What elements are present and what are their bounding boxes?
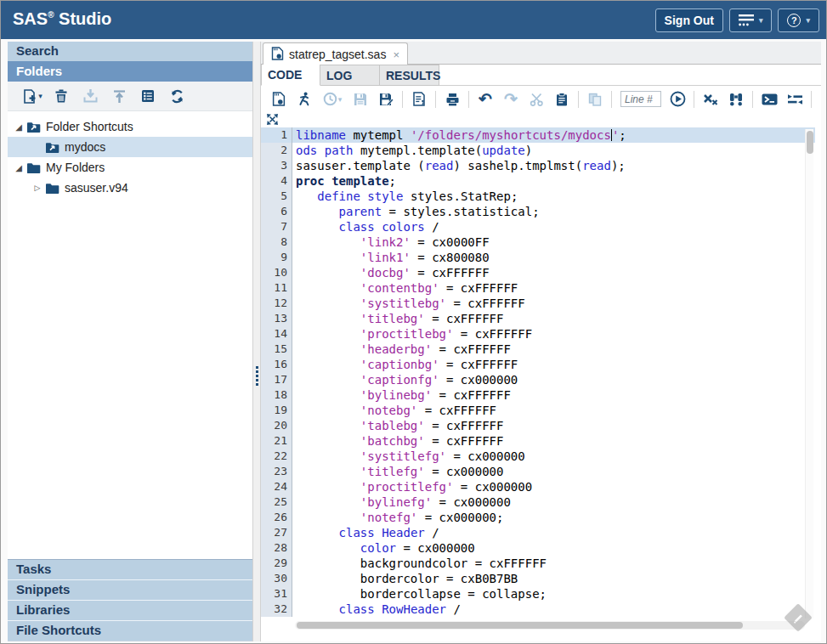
document-tab[interactable]: statrep_tagset.sas × [263,42,408,65]
close-icon[interactable]: × [393,48,399,61]
clear-code-button[interactable] [698,88,723,110]
line-number: 25 [261,494,292,510]
line-number: 21 [261,433,292,449]
view-tab-log[interactable]: LOG [320,65,380,86]
app-options-button[interactable]: ▾ [729,8,773,32]
section-header-file-shortcuts[interactable]: File Shortcuts [8,620,252,641]
expand-arrow-icon[interactable]: ▷ [31,184,43,192]
code-line[interactable]: 1libname mytempl '/folders/myshortcuts/m… [261,127,815,143]
code-line[interactable]: 4proc template; [261,173,815,189]
copy-button[interactable] [582,88,608,110]
properties-button[interactable] [133,85,162,107]
search-section-header[interactable]: Search [8,42,252,61]
save-button[interactable] [348,88,373,110]
code-line[interactable]: 9 'link1' = cx800080 [261,250,815,265]
editor-toolbar: ▾ ↶ ↷ [261,86,821,112]
code-line[interactable]: 29 backgroundcolor = cxFFFFFF [261,556,815,571]
code-line[interactable]: 19 'notebg' = cxFFFFFF [261,403,815,418]
run-button[interactable] [292,88,317,110]
collapse-arrow-icon[interactable]: ◢ [13,122,25,132]
section-header-libraries[interactable]: Libraries [8,600,252,620]
view-tab-bar: CODELOGRESULTS [261,65,821,86]
code-line[interactable]: 22 'systitlefg' = cx000000 [261,449,815,464]
code-text: 'systitlebg' = cxFFFFFF [292,296,815,311]
view-tab-results[interactable]: RESULTS [380,65,439,86]
sas-program-icon [271,47,284,63]
line-number: 4 [261,173,292,189]
maximize-view-button[interactable] [266,113,283,127]
folders-section-header[interactable]: Folders [8,61,252,82]
code-editor[interactable]: 1libname mytempl '/folders/myshortcuts/m… [261,127,815,641]
download-button[interactable] [76,85,105,107]
registered-mark: ® [48,10,54,20]
code-line[interactable]: 28 color = cx000000 [261,540,815,556]
program-summary-button[interactable] [406,88,432,110]
menu-icon [739,14,754,26]
code-line[interactable]: 10 'docbg' = cxFFFFFF [261,265,815,280]
code-line[interactable]: 17 'captionfg' = cx000000 [261,372,815,387]
code-line[interactable]: 32 class RowHeader / [261,602,815,617]
code-line[interactable]: 7 class colors / [261,219,815,234]
tree-item-mydocs[interactable]: mydocs [8,137,252,157]
submission-history-button[interactable]: ▾ [317,88,348,110]
new-item-button[interactable]: ▾ [18,85,47,107]
goto-line-button[interactable] [665,88,690,110]
tree-item-sasuser-v94[interactable]: ▷sasuser.v94 [8,178,252,198]
code-line[interactable]: 18 'bylinebg' = cxFFFFFF [261,387,815,403]
help-button[interactable]: ? ▾ [778,8,819,32]
new-program-button[interactable] [266,88,292,110]
code-line[interactable]: 27 class Header / [261,525,815,540]
code-text: 'systitlefg' = cx000000 [292,449,815,464]
vertical-scrollbar-thumb[interactable] [807,131,813,154]
section-header-snippets[interactable]: Snippets [8,579,252,600]
code-line[interactable]: 3sasuser.template (read) sashelp.tmplmst… [261,158,815,173]
code-text: 'captionfg' = cx000000 [292,372,815,387]
code-line[interactable]: 21 'batchbg' = cxFFFFFF [261,433,815,449]
view-tab-code[interactable]: CODE [261,65,320,86]
code-line[interactable]: 15 'headerbg' = cxFFFFFF [261,342,815,357]
line-number: 13 [261,311,292,326]
code-line[interactable]: 8 'link2' = cx0000FF [261,234,815,250]
code-line[interactable]: 14 'proctitlebg' = cxFFFFFF [261,326,815,342]
code-line[interactable]: 24 'proctitlefg' = cx000000 [261,479,815,494]
paste-button[interactable] [549,88,575,110]
find-replace-button[interactable] [723,88,749,110]
code-line[interactable]: 5 define style styles.StatRep; [261,189,815,204]
code-line[interactable]: 16 'captionbg' = cxFFFFFF [261,357,815,372]
code-line[interactable]: 26 'notefg' = cx000000; [261,510,815,525]
code-text: backgroundcolor = cxFFFFFF [292,556,815,571]
code-text: 'proctitlebg' = cxFFFFFF [292,326,815,342]
code-line[interactable]: 2ods path mytempl.template(update) [261,143,815,158]
tree-item-folder-shortcuts[interactable]: ◢Folder Shortcuts [8,116,252,137]
undo-button[interactable]: ↶ [473,88,498,110]
save-as-button[interactable] [373,88,399,110]
code-line[interactable]: 20 'tablebg' = cxFFFFFF [261,418,815,433]
sign-out-button[interactable]: Sign Out [655,8,723,32]
code-line[interactable]: 6 parent = styles.statistical; [261,204,815,219]
code-line[interactable]: 11 'contentbg' = cxFFFFFF [261,280,815,296]
pane-splitter[interactable] [252,42,261,641]
delete-button[interactable] [47,85,76,107]
code-line[interactable]: 12 'systitlebg' = cxFFFFFF [261,296,815,311]
tree-item-my-folders[interactable]: ◢My Folders [8,157,252,178]
code-line[interactable]: 25 'bylinefg' = cx000000 [261,494,815,510]
code-line[interactable]: 30 bordercolor = cxB0B7BB [261,571,815,586]
batch-submit-button[interactable] [756,88,782,110]
format-code-button[interactable] [782,88,807,110]
refresh-button[interactable] [162,85,191,107]
collapse-arrow-icon[interactable]: ◢ [13,163,25,172]
redo-button[interactable]: ↷ [498,88,524,110]
upload-button[interactable] [105,85,133,107]
print-button[interactable] [439,88,465,110]
line-number: 29 [261,556,292,571]
cut-button[interactable] [524,88,549,110]
code-line[interactable]: 31 bordercollapse = collapse; [261,586,815,602]
top-bar: SAS® Studio Sign Out ▾ ? ▾ [1,1,827,39]
section-header-tasks[interactable]: Tasks [8,559,252,579]
code-text: 'proctitlefg' = cx000000 [292,479,815,494]
code-line[interactable]: 13 'titlebg' = cxFFFFFF [261,311,815,326]
horizontal-scrollbar-thumb[interactable] [297,622,743,629]
line-number-input[interactable] [620,91,661,107]
code-text: define style styles.StatRep; [292,189,815,204]
code-line[interactable]: 23 'titlefg' = cx000000 [261,464,815,479]
